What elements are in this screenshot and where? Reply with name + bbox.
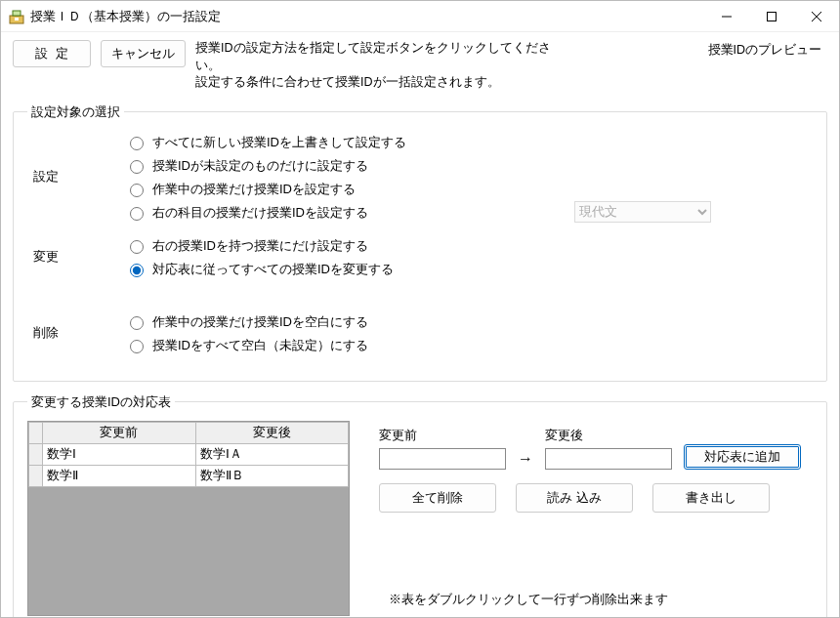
svg-rect-2 bbox=[15, 18, 19, 21]
opt-change-all-by-table[interactable]: 対応表に従ってすべての授業IDを変更する bbox=[125, 258, 813, 281]
opt-only-working-radio[interactable] bbox=[130, 184, 144, 197]
instruction-line-1: 授業IDの設定方法を指定して設定ボタンをクリックしてください。 bbox=[195, 41, 551, 72]
window-title: 授業ＩＤ（基本授業）の一括設定 bbox=[30, 8, 221, 25]
close-button[interactable] bbox=[794, 1, 839, 32]
field-before-label: 変更前 bbox=[379, 427, 506, 444]
opt-overwrite-all-radio[interactable] bbox=[130, 137, 144, 150]
row-label-set: 設定 bbox=[27, 131, 125, 185]
arrow-icon: → bbox=[518, 450, 533, 470]
opt-only-right-id[interactable]: 右の授業IDを持つ授業にだけ設定する bbox=[125, 234, 813, 258]
opt-change-all-by-table-radio[interactable] bbox=[130, 264, 144, 277]
row-head bbox=[29, 465, 43, 486]
opt-only-unset-label: 授業IDが未設定のものだけに設定する bbox=[152, 157, 368, 175]
opt-blank-all-radio[interactable] bbox=[130, 340, 144, 353]
table-corner bbox=[29, 422, 43, 443]
table-header-row: 変更前 変更後 bbox=[29, 422, 349, 443]
double-click-hint: ※表をダブルクリックして一行ずつ削除出来ます bbox=[379, 591, 813, 608]
opt-only-unset-radio[interactable] bbox=[130, 160, 144, 174]
opt-only-right-subject-radio[interactable] bbox=[130, 207, 144, 221]
table-row[interactable]: 数学Ⅰ 数学ⅠＡ bbox=[29, 443, 349, 465]
instruction-line-2: 設定する条件に合わせて授業IDが一括設定されます。 bbox=[195, 75, 500, 89]
opt-blank-all[interactable]: 授業IDをすべて空白（未設定）にする bbox=[125, 334, 813, 357]
maximize-button[interactable] bbox=[749, 1, 794, 32]
mapping-table-legend: 変更する授業IDの対応表 bbox=[27, 393, 175, 411]
delete-all-button[interactable]: 全て削除 bbox=[379, 483, 496, 513]
opt-overwrite-all-label: すべてに新しい授業IDを上書きして設定する bbox=[152, 134, 406, 151]
title-bar: 授業ＩＤ（基本授業）の一括設定 bbox=[1, 1, 839, 32]
opt-only-working[interactable]: 作業中の授業だけ授業IDを設定する bbox=[125, 178, 813, 201]
set-button[interactable]: 設 定 bbox=[13, 40, 91, 67]
opt-blank-working-label: 作業中の授業だけ授業IDを空白にする bbox=[152, 313, 368, 331]
svg-rect-1 bbox=[13, 11, 21, 16]
field-after-label: 変更後 bbox=[545, 427, 672, 444]
opt-only-right-subject-label: 右の科目の授業だけ授業IDを設定する bbox=[152, 204, 368, 222]
app-icon bbox=[9, 9, 24, 24]
cell-after[interactable]: 数学ⅡＢ bbox=[195, 465, 349, 486]
table-row[interactable]: 数学Ⅱ 数学ⅡＢ bbox=[29, 465, 349, 486]
subject-select[interactable]: 現代文 bbox=[574, 201, 711, 223]
minimize-button[interactable] bbox=[704, 1, 749, 32]
opt-blank-working[interactable]: 作業中の授業だけ授業IDを空白にする bbox=[125, 310, 813, 334]
preview-label: 授業IDのプレビュー bbox=[702, 40, 828, 61]
target-selection-group: 設定対象の選択 設定 すべてに新しい授業IDを上書きして設定する 授業IDが未設… bbox=[13, 103, 827, 382]
target-selection-legend: 設定対象の選択 bbox=[27, 103, 124, 121]
field-before-input[interactable] bbox=[379, 448, 506, 470]
opt-blank-working-radio[interactable] bbox=[130, 316, 144, 330]
row-label-delete: 削除 bbox=[27, 310, 125, 342]
opt-overwrite-all[interactable]: すべてに新しい授業IDを上書きして設定する bbox=[125, 131, 813, 154]
cancel-button[interactable]: キャンセル bbox=[101, 40, 186, 67]
opt-only-working-label: 作業中の授業だけ授業IDを設定する bbox=[152, 181, 356, 198]
mapping-table-group: 変更する授業IDの対応表 変更前 変更後 bbox=[13, 393, 827, 619]
cell-before[interactable]: 数学Ⅱ bbox=[43, 465, 196, 486]
add-to-table-button[interactable]: 対応表に追加 bbox=[684, 444, 801, 470]
col-after-header[interactable]: 変更後 bbox=[195, 422, 349, 443]
load-button[interactable]: 読み 込み bbox=[516, 483, 633, 513]
cell-after[interactable]: 数学ⅠＡ bbox=[195, 443, 349, 465]
field-after-input[interactable] bbox=[545, 448, 672, 470]
col-before-header[interactable]: 変更前 bbox=[43, 422, 196, 443]
opt-change-all-by-table-label: 対応表に従ってすべての授業IDを変更する bbox=[152, 261, 394, 278]
opt-only-unset[interactable]: 授業IDが未設定のものだけに設定する bbox=[125, 154, 813, 178]
opt-only-right-id-label: 右の授業IDを持つ授業にだけ設定する bbox=[152, 237, 368, 255]
opt-blank-all-label: 授業IDをすべて空白（未設定）にする bbox=[152, 337, 368, 354]
mapping-grid[interactable]: 変更前 変更後 数学Ⅰ 数学ⅠＡ bbox=[27, 421, 350, 616]
opt-only-right-id-radio[interactable] bbox=[130, 240, 144, 254]
row-label-change: 変更 bbox=[27, 234, 125, 266]
svg-rect-4 bbox=[768, 12, 777, 21]
instruction-text: 授業IDの設定方法を指定して設定ボタンをクリックしてください。 設定する条件に合… bbox=[195, 40, 557, 92]
cell-before[interactable]: 数学Ⅰ bbox=[43, 443, 196, 465]
row-head bbox=[29, 443, 43, 465]
export-button[interactable]: 書き出し bbox=[652, 483, 770, 513]
